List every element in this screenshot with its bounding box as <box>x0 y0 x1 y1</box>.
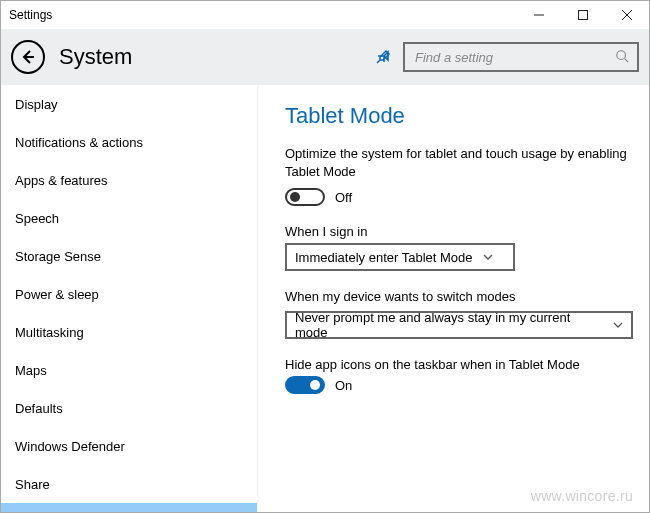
search-input[interactable] <box>413 49 615 66</box>
switch-select-value: Never prompt me and always stay in my cu… <box>295 310 603 340</box>
chevron-down-icon <box>613 318 623 333</box>
optimize-description: Optimize the system for tablet and touch… <box>285 145 627 180</box>
pin-icon[interactable] <box>375 49 391 65</box>
switch-modes-block: When my device wants to switch modes Nev… <box>285 289 627 339</box>
sidebar-item-multitasking[interactable]: Multitasking <box>1 313 257 351</box>
sidebar-item-label: Share <box>15 477 50 492</box>
minimize-button[interactable] <box>517 1 561 29</box>
back-button[interactable] <box>11 40 45 74</box>
switch-label: When my device wants to switch modes <box>285 289 627 304</box>
sidebar-item-label: Maps <box>15 363 47 378</box>
sidebar-item-label: Defaults <box>15 401 63 416</box>
sidebar-item-notifications[interactable]: Notifications & actions <box>1 123 257 161</box>
signin-block: When I sign in Immediately enter Tablet … <box>285 224 627 271</box>
sidebar-item-display[interactable]: Display <box>1 85 257 123</box>
svg-rect-1 <box>579 11 588 20</box>
maximize-button[interactable] <box>561 1 605 29</box>
sidebar-item-tablet-mode[interactable]: Tablet Mode <box>1 503 257 512</box>
sidebar-item-label: Apps & features <box>15 173 108 188</box>
settings-window: Settings System Di <box>0 0 650 513</box>
body: Display Notifications & actions Apps & f… <box>1 85 649 512</box>
section-title: System <box>59 44 375 70</box>
svg-line-6 <box>625 58 629 62</box>
toggle-state-label: On <box>335 378 352 393</box>
sidebar-item-share[interactable]: Share <box>1 465 257 503</box>
sidebar-item-defaults[interactable]: Defaults <box>1 389 257 427</box>
sidebar-item-storage[interactable]: Storage Sense <box>1 237 257 275</box>
signin-select-value: Immediately enter Tablet Mode <box>295 250 473 265</box>
sidebar-item-label: Speech <box>15 211 59 226</box>
search-icon <box>615 49 629 66</box>
chevron-down-icon <box>483 250 493 265</box>
sidebar-item-label: Power & sleep <box>15 287 99 302</box>
search-box[interactable] <box>403 42 639 72</box>
header: System <box>1 29 649 85</box>
tablet-mode-toggle[interactable]: Off <box>285 188 627 206</box>
sidebar-item-defender[interactable]: Windows Defender <box>1 427 257 465</box>
close-button[interactable] <box>605 1 649 29</box>
tablet-mode-toggle-block: Optimize the system for tablet and touch… <box>285 145 627 206</box>
hide-icons-toggle[interactable]: On <box>285 376 627 394</box>
toggle-state-label: Off <box>335 190 352 205</box>
page-title: Tablet Mode <box>285 103 627 129</box>
watermark: www.wincore.ru <box>531 488 633 504</box>
sidebar[interactable]: Display Notifications & actions Apps & f… <box>1 85 257 512</box>
sidebar-item-power[interactable]: Power & sleep <box>1 275 257 313</box>
hide-icons-block: Hide app icons on the taskbar when in Ta… <box>285 357 627 394</box>
sidebar-item-speech[interactable]: Speech <box>1 199 257 237</box>
sidebar-item-label: Windows Defender <box>15 439 125 454</box>
content-panel: Tablet Mode Optimize the system for tabl… <box>257 85 649 512</box>
sidebar-item-label: Notifications & actions <box>15 135 143 150</box>
signin-label: When I sign in <box>285 224 627 239</box>
hide-icons-label: Hide app icons on the taskbar when in Ta… <box>285 357 627 372</box>
app-title: Settings <box>1 8 517 22</box>
sidebar-item-apps[interactable]: Apps & features <box>1 161 257 199</box>
sidebar-item-label: Multitasking <box>15 325 84 340</box>
titlebar: Settings <box>1 1 649 29</box>
sidebar-item-maps[interactable]: Maps <box>1 351 257 389</box>
sidebar-item-label: Display <box>15 97 58 112</box>
switch-select[interactable]: Never prompt me and always stay in my cu… <box>285 311 633 339</box>
signin-select[interactable]: Immediately enter Tablet Mode <box>285 243 515 271</box>
svg-point-5 <box>617 50 626 59</box>
sidebar-item-label: Storage Sense <box>15 249 101 264</box>
